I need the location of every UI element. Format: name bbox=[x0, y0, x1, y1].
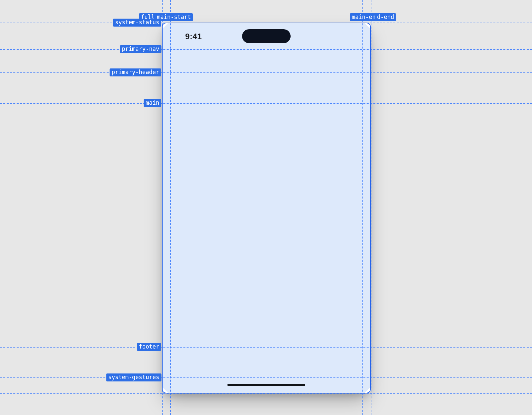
tag-system-status: system-status bbox=[113, 19, 161, 27]
phone-surface: 9:41 bbox=[162, 23, 371, 393]
corner-notch bbox=[162, 387, 169, 393]
corner-notch bbox=[364, 23, 371, 29]
dynamic-island bbox=[242, 29, 291, 43]
tag-main: main bbox=[144, 99, 161, 107]
phone-frame: 9:41 bbox=[162, 23, 371, 393]
tag-system-gestures: system-gestures bbox=[106, 373, 161, 381]
vguide-full-bleed-end bbox=[371, 0, 371, 415]
status-time: 9:41 bbox=[185, 32, 202, 41]
corner-notch bbox=[162, 23, 169, 29]
home-indicator bbox=[227, 384, 305, 386]
corner-notch bbox=[364, 387, 371, 393]
tag-full-bleed-end: d-end bbox=[375, 13, 396, 21]
tag-footer: footer bbox=[137, 343, 161, 351]
tag-primary-header: primary-header bbox=[110, 68, 161, 76]
tag-primary-nav: primary-nav bbox=[120, 45, 161, 53]
hguide-bottom bbox=[0, 393, 532, 394]
